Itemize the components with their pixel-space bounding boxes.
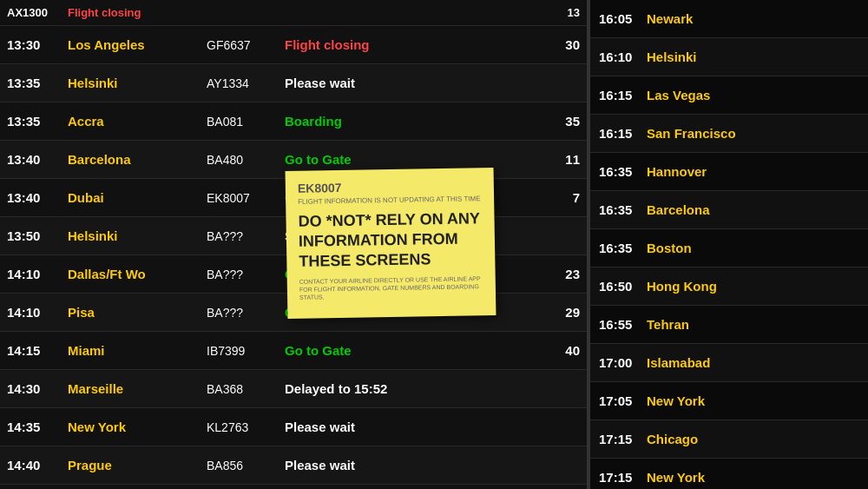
row-flight: BA368 bbox=[207, 382, 285, 396]
row-status: Please wait bbox=[285, 76, 545, 90]
row-dest: Dubai bbox=[68, 190, 207, 205]
row-time: 13:40 bbox=[7, 190, 68, 205]
sticky-flight-num: EK8007 bbox=[298, 178, 482, 195]
right-row-time: 16:10 bbox=[599, 50, 647, 64]
row-time: 13:35 bbox=[7, 114, 68, 129]
partial-top-row: AX1300 Flight closing 13 bbox=[0, 0, 587, 26]
row-status: Boarding bbox=[285, 114, 545, 129]
row-status: Go to Gate bbox=[285, 152, 545, 167]
right-row-dest: Tehran bbox=[647, 317, 689, 332]
left-board-row: 13:35 Accra BA081 Boarding 35 bbox=[0, 102, 587, 141]
right-board: 16:05 Newark 16:10 Helsinki 16:15 Las Ve… bbox=[590, 0, 868, 489]
left-board-row: 13:30 Los Angeles GF6637 Flight closing … bbox=[0, 26, 587, 64]
partial-status: Flight closing bbox=[68, 6, 545, 19]
row-status: Go to Gate bbox=[285, 343, 545, 358]
right-row-dest: New York bbox=[647, 393, 705, 408]
row-gate: 35 bbox=[545, 114, 580, 129]
row-dest: Pisa bbox=[68, 305, 207, 320]
right-board-row: 16:35 Hannover bbox=[590, 153, 868, 191]
right-row-time: 17:15 bbox=[599, 432, 647, 446]
row-dest: New York bbox=[68, 420, 207, 434]
partial-flight: AX1300 bbox=[7, 6, 68, 19]
row-gate: 29 bbox=[545, 305, 580, 320]
row-flight: BA856 bbox=[207, 459, 285, 472]
row-time: 14:15 bbox=[7, 343, 68, 358]
right-row-dest: San Francisco bbox=[647, 126, 736, 141]
row-dest: Prague bbox=[68, 458, 207, 472]
right-board-row: 16:50 Hong Kong bbox=[590, 268, 868, 306]
right-row-dest: Boston bbox=[647, 241, 692, 255]
row-flight: KL2763 bbox=[207, 420, 285, 434]
right-row-time: 16:55 bbox=[599, 317, 647, 332]
right-row-dest: Newark bbox=[647, 11, 693, 26]
right-board-row: 16:10 Helsinki bbox=[590, 38, 868, 76]
row-time: 14:30 bbox=[7, 381, 68, 396]
row-dest: Barcelona bbox=[68, 152, 207, 167]
row-dest: Marseille bbox=[68, 381, 207, 396]
row-time: 13:40 bbox=[7, 152, 68, 167]
right-row-time: 17:15 bbox=[599, 470, 647, 485]
row-dest: Miami bbox=[68, 343, 207, 358]
left-board-row: 14:40 Prague BA856 Please wait bbox=[0, 446, 587, 485]
right-board-row: 16:35 Barcelona bbox=[590, 191, 868, 229]
row-time: 14:35 bbox=[7, 420, 68, 434]
right-row-dest: Hong Kong bbox=[647, 279, 717, 294]
row-time: 14:10 bbox=[7, 305, 68, 320]
row-time: 13:30 bbox=[7, 37, 68, 52]
row-status: Flight closing bbox=[285, 37, 545, 52]
right-row-dest: Las Vegas bbox=[647, 88, 710, 102]
row-time: 14:40 bbox=[7, 458, 68, 472]
left-board-row: 14:?? AX4015 Go to Gate 25 bbox=[0, 485, 587, 489]
right-row-time: 16:35 bbox=[599, 202, 647, 217]
right-row-time: 17:00 bbox=[599, 355, 647, 370]
row-time: 14:10 bbox=[7, 267, 68, 281]
right-row-time: 16:50 bbox=[599, 279, 647, 294]
row-status: Delayed to 15:52 bbox=[285, 381, 545, 396]
right-row-time: 16:15 bbox=[599, 88, 647, 102]
row-status: Please wait bbox=[285, 458, 545, 472]
right-rows: 16:05 Newark 16:10 Helsinki 16:15 Las Ve… bbox=[590, 0, 868, 489]
row-dest: Helsinki bbox=[68, 76, 207, 90]
right-board-row: 16:05 Newark bbox=[590, 0, 868, 38]
right-row-dest: Islamabad bbox=[647, 355, 710, 370]
right-board-row: 17:00 Islamabad bbox=[590, 344, 868, 382]
right-row-time: 16:05 bbox=[599, 11, 647, 26]
right-row-dest: New York bbox=[647, 470, 705, 485]
row-gate: 40 bbox=[545, 343, 580, 358]
right-row-dest: Barcelona bbox=[647, 202, 710, 217]
row-dest: Accra bbox=[68, 114, 207, 129]
row-flight: BA081 bbox=[207, 115, 285, 129]
row-flight: AY1334 bbox=[207, 76, 285, 90]
right-row-time: 16:35 bbox=[599, 241, 647, 255]
row-flight: BA480 bbox=[207, 153, 285, 167]
row-dest: Los Angeles bbox=[68, 37, 207, 52]
sticky-note: EK8007 FLIGHT INFORMATION IS NOT UPDATIN… bbox=[286, 168, 496, 319]
right-row-time: 16:15 bbox=[599, 126, 647, 141]
partial-gate: 13 bbox=[545, 6, 580, 19]
right-row-time: 17:05 bbox=[599, 393, 647, 408]
row-gate: 7 bbox=[545, 190, 580, 205]
row-gate: 11 bbox=[545, 152, 580, 167]
right-row-time: 16:35 bbox=[599, 164, 647, 179]
right-board-row: 16:55 Tehran bbox=[590, 306, 868, 344]
row-flight: EK8007 bbox=[207, 191, 285, 205]
right-row-dest: Hannover bbox=[647, 164, 707, 179]
row-dest: Dallas/Ft Wo bbox=[68, 267, 207, 281]
right-board-row: 16:35 Boston bbox=[590, 229, 868, 268]
sticky-main-text: DO *NOT* RELY ON ANY INFORMATION FROM TH… bbox=[298, 208, 483, 273]
right-row-dest: Helsinki bbox=[647, 50, 697, 64]
sticky-warning-small: FLIGHT INFORMATION IS NOT UPDATING AT TH… bbox=[298, 195, 482, 206]
left-board-row: 14:15 Miami IB7399 Go to Gate 40 bbox=[0, 332, 587, 370]
row-flight: GF6637 bbox=[207, 38, 285, 52]
right-board-row: 17:15 New York bbox=[590, 459, 868, 489]
row-flight: BA??? bbox=[207, 268, 285, 281]
left-board-row: 14:30 Marseille BA368 Delayed to 15:52 bbox=[0, 370, 587, 408]
sticky-footer-text: CONTACT YOUR AIRLINE DIRECTLY OR USE THE… bbox=[299, 274, 483, 301]
row-time: 13:35 bbox=[7, 76, 68, 90]
right-board-row: 16:15 Las Vegas bbox=[590, 76, 868, 115]
right-board-row: 16:15 San Francisco bbox=[590, 115, 868, 153]
row-gate: 30 bbox=[545, 37, 580, 52]
airport-board: AX1300 Flight closing 13 13:30 Los Angel… bbox=[0, 0, 868, 489]
right-row-dest: Chicago bbox=[647, 432, 698, 446]
right-board-row: 17:05 New York bbox=[590, 382, 868, 420]
